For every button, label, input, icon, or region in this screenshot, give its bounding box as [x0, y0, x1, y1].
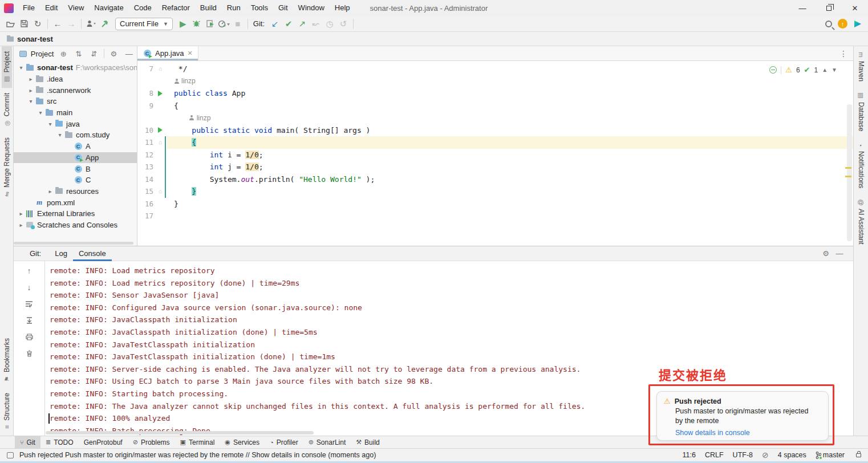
tool-stripe-item-bookmarks[interactable]: ⚑Bookmarks — [2, 333, 12, 388]
line-number[interactable]: 15 — [137, 187, 156, 196]
horizontal-scrollbar[interactable] — [46, 431, 314, 434]
git-push-icon[interactable]: ↗ — [295, 17, 309, 31]
search-everywhere-icon[interactable] — [825, 21, 832, 27]
menu-item-help[interactable]: Help — [330, 0, 355, 16]
open-icon[interactable] — [3, 17, 17, 31]
file-encoding[interactable]: UTF-8 — [733, 451, 753, 459]
line-number[interactable]: 9 — [137, 101, 156, 110]
menu-item-tools[interactable]: Tools — [246, 0, 273, 16]
minimize-button[interactable]: — — [789, 0, 816, 16]
collapse-all-icon[interactable]: ⇵ — [88, 50, 100, 58]
profiler-icon[interactable] — [217, 17, 231, 31]
tree-chevron-icon[interactable]: ▸ — [17, 222, 25, 228]
console-line[interactable]: remote: INFO: JavaTestClasspath initiali… — [50, 339, 853, 351]
warning-stripe-mark[interactable] — [845, 176, 851, 177]
editor-scrollbar[interactable] — [847, 104, 852, 241]
code-text[interactable]: public static void main( String[] args ) — [167, 124, 853, 137]
back-icon[interactable]: ← — [51, 17, 64, 31]
expand-all-icon[interactable]: ⇅ — [73, 50, 84, 58]
menu-item-edit[interactable]: Edit — [40, 0, 63, 16]
git-history-icon[interactable]: ◷ — [323, 17, 336, 31]
gear-icon[interactable]: ⚙ — [108, 50, 120, 58]
build-hammer-icon[interactable] — [98, 17, 112, 31]
print-icon[interactable] — [23, 332, 35, 342]
line-number[interactable]: 12 — [137, 151, 156, 159]
sonarlint-status-icon[interactable] — [769, 66, 777, 74]
console-tab-console[interactable]: Console — [73, 246, 112, 261]
line-number[interactable]: 7 — [137, 64, 156, 73]
menu-item-build[interactable]: Build — [195, 0, 222, 16]
console-line[interactable]: remote: INFO: JavaClasspath initializati… — [50, 314, 853, 326]
tree-chevron-icon[interactable]: ▾ — [56, 132, 64, 138]
update-available-icon[interactable]: ↑ — [838, 19, 847, 29]
code-line[interactable]: 16 } — [137, 198, 853, 210]
fold-marker-icon[interactable]: ⌂ — [159, 188, 162, 194]
tool-window-button-profiler[interactable]: ◔Profiler — [265, 436, 303, 448]
menu-item-file[interactable]: File — [18, 0, 40, 16]
code-area[interactable]: ⚠ 6 ✔ 1 ▲ ▼ 7 ⌂ */ linzp — [137, 61, 853, 246]
console-line[interactable]: remote: INFO: Configured Java source ver… — [50, 302, 853, 314]
tree-row-c[interactable]: C C — [14, 174, 137, 186]
soft-wrap-icon[interactable] — [23, 299, 35, 309]
tree-row-b[interactable]: C B — [14, 163, 137, 174]
tree-row-resources[interactable]: ▸ resources — [14, 186, 137, 197]
run-line-icon[interactable] — [158, 127, 163, 133]
tree-row-app[interactable]: C App — [14, 152, 137, 164]
gutter-icon-column[interactable]: ⌂ — [156, 66, 165, 72]
save-icon[interactable] — [17, 17, 31, 31]
scroll-up-icon[interactable]: ↑ — [23, 266, 35, 276]
highlighting-level-icon[interactable]: ⊘ — [762, 450, 769, 460]
run-configuration-select[interactable]: Current File ▼ — [115, 18, 173, 30]
breadcrumb[interactable]: sonar-test — [17, 35, 53, 43]
clear-console-icon[interactable] — [23, 348, 35, 359]
line-number[interactable]: 16 — [137, 200, 156, 208]
gutter-icon-column[interactable] — [156, 91, 165, 96]
tree-row-pom-xml[interactable]: m pom.xml — [14, 197, 137, 208]
restore-button[interactable] — [816, 0, 842, 16]
console-line[interactable]: remote: INFO: Server-side caching is ena… — [50, 363, 853, 376]
code-line[interactable]: 15 ⌂ } — [137, 185, 853, 198]
tree-row-src[interactable]: ▾ src — [14, 96, 137, 107]
code-line[interactable]: linzp — [137, 112, 853, 124]
forward-icon[interactable]: → — [64, 17, 78, 31]
tool-window-button-terminal[interactable]: ▣Terminal — [175, 436, 220, 448]
tree-chevron-icon[interactable]: ▸ — [27, 87, 35, 94]
more-options-icon[interactable]: ⋮ — [834, 46, 853, 60]
tree-chevron-icon[interactable]: ▸ — [27, 76, 35, 82]
tool-window-button-services[interactable]: ◉Services — [220, 436, 265, 448]
code-line[interactable]: linzp — [137, 75, 853, 88]
author-hint[interactable]: linzp — [181, 77, 196, 85]
tree-chevron-icon[interactable]: ▾ — [36, 109, 44, 116]
tree-row-sonar-test[interactable]: ▾ sonar-test F:\workspaces\sona — [14, 62, 137, 74]
run-line-icon[interactable] — [158, 91, 163, 96]
tool-stripe-item-database[interactable]: ▤Database — [856, 87, 866, 136]
menu-item-view[interactable]: View — [63, 0, 89, 16]
line-number[interactable]: 13 — [137, 163, 156, 171]
hide-panel-icon[interactable]: — — [123, 50, 135, 58]
tree-row-scratches-and-consoles[interactable]: ▸ Scratches and Consoles — [14, 220, 137, 231]
line-number[interactable]: 14 — [137, 175, 156, 184]
code-line[interactable]: 14 System.out.println( "Hello World!" ); — [137, 173, 853, 186]
console-line[interactable]: remote: INFO: Sensor JavaSensor [java] — [50, 289, 853, 302]
tree-row--idea[interactable]: ▸ .idea — [14, 74, 137, 85]
menu-item-run[interactable]: Run — [222, 0, 246, 16]
sync-icon[interactable]: ↻ — [31, 17, 44, 31]
tool-window-button-git[interactable]: ⑂Git — [15, 436, 40, 448]
close-tab-icon[interactable]: ✕ — [188, 50, 193, 57]
tree-row-com-study[interactable]: ▾ com.study — [14, 129, 137, 141]
console-line[interactable]: remote: INFO: JavaClasspath initializati… — [50, 326, 853, 339]
console-line[interactable]: remote: INFO: Load metrics repository — [50, 265, 853, 277]
status-message[interactable]: Push rejected Push master to origin/mast… — [19, 451, 376, 459]
line-number[interactable]: 10 — [137, 126, 156, 135]
tree-chevron-icon[interactable]: ▾ — [17, 64, 25, 71]
debug-icon[interactable] — [190, 17, 204, 31]
code-line[interactable]: 11 ⌂ { — [137, 136, 853, 149]
run-icon[interactable]: ▶ — [176, 17, 190, 31]
console-tab-log[interactable]: Log — [49, 246, 73, 261]
code-text[interactable]: int j = 1/0; — [167, 161, 853, 173]
console-line[interactable]: remote: INFO: JavaTestClasspath initiali… — [50, 351, 853, 363]
gutter-icon-column[interactable] — [156, 127, 165, 133]
horizontal-scrollbar[interactable] — [14, 242, 133, 245]
code-line[interactable]: 13 int j = 1/0; — [137, 161, 853, 173]
tree-chevron-icon[interactable]: ▾ — [27, 98, 35, 104]
